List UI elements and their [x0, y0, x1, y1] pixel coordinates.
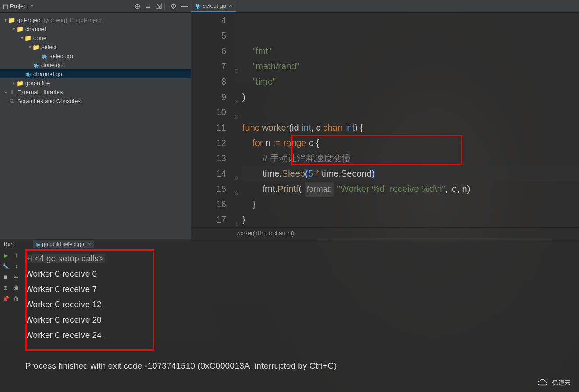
layout-icon[interactable]: ⊞ — [2, 284, 9, 292]
tree-row-channel[interactable]: ▾📁channel — [0, 24, 191, 33]
run-label: Run: — [4, 241, 15, 247]
run-toolbar-left: ▶ 🔧 ⏹ ⊞ 📌 — [0, 249, 11, 392]
tab-close-icon[interactable]: × — [229, 3, 232, 9]
locate-icon[interactable]: ⊕ — [133, 2, 141, 10]
tab-close-icon[interactable]: × — [88, 241, 91, 247]
tree-row-scratches-and-consoles[interactable]: ⧉Scratches and Consoles — [0, 96, 191, 105]
project-icon: ▤ — [3, 3, 8, 9]
go-file-icon: ◉ — [36, 242, 40, 247]
expand-icon[interactable]: ≡ — [144, 2, 152, 10]
tab-select-go[interactable]: ◉ select.go × — [191, 0, 236, 12]
tree-row-external-libraries[interactable]: ▸⫴External Libraries — [0, 87, 191, 96]
collapse-icon[interactable]: ⇲ — [155, 2, 163, 10]
code-editor[interactable]: 4567891011121314151617 ⊖⊖⊖⊖⊖⊖ "fmt" "mat… — [191, 13, 579, 227]
print-icon[interactable]: 🖶 — [13, 284, 20, 292]
wrap-icon[interactable]: ↩ — [13, 273, 20, 281]
editor-tabs: ◉ select.go × — [191, 0, 579, 13]
project-sidebar: ▤ Project ▼ ⊕ ≡ ⇲ ⚙ — ▾📁goProject [yiche… — [0, 0, 191, 239]
clear-icon[interactable]: 🗑 — [13, 295, 20, 302]
sidebar-header: ▤ Project ▼ ⊕ ≡ ⇲ ⚙ — — [0, 0, 191, 13]
down-icon[interactable]: ↓ — [13, 263, 20, 270]
dropdown-icon: ▼ — [30, 4, 34, 9]
red-annotation-console — [25, 249, 154, 351]
tree-row-select[interactable]: ▾📁select — [0, 42, 191, 51]
stop-icon[interactable]: ⏹ — [2, 273, 9, 281]
project-tree[interactable]: ▾📁goProject [yicheng]D:\goProject▾📁chann… — [0, 13, 191, 108]
tree-row-done[interactable]: ▾📁done — [0, 33, 191, 42]
editor-pane: ◉ select.go × 4567891011121314151617 ⊖⊖⊖… — [191, 0, 579, 239]
sidebar-title[interactable]: ▤ Project ▼ — [3, 3, 34, 9]
go-file-icon: ◉ — [195, 2, 200, 9]
breadcrumb[interactable]: worker(id int, c chan int) — [191, 227, 579, 239]
fold-column[interactable]: ⊖⊖⊖⊖⊖⊖ — [234, 13, 242, 227]
wrench-icon[interactable]: 🔧 — [2, 263, 9, 270]
rerun-icon[interactable]: ▶ — [2, 252, 9, 259]
settings-icon[interactable]: ⚙ — [169, 2, 178, 10]
minimize-icon[interactable]: — — [180, 2, 188, 10]
watermark: 亿速云 — [537, 378, 571, 387]
tree-row-channel-go[interactable]: ◉channel.go — [0, 69, 191, 78]
code-lines[interactable]: "fmt" "math/rand" "time")func worker(id … — [242, 13, 579, 227]
red-annotation-code — [291, 135, 462, 165]
tree-row-select-go[interactable]: ◉select.go — [0, 51, 191, 60]
up-icon[interactable]: ↑ — [13, 252, 20, 259]
tree-row-goroutine[interactable]: ▸📁goroutine — [0, 78, 191, 87]
cloud-icon — [537, 378, 550, 387]
tree-row-done-go[interactable]: ◉done.go — [0, 60, 191, 69]
line-gutter: 4567891011121314151617 — [191, 13, 234, 227]
run-tab[interactable]: ◉ go build select.go × — [33, 240, 93, 248]
pin-icon[interactable]: 📌 — [2, 295, 9, 302]
tree-row-goproject[interactable]: ▾📁goProject [yicheng]D:\goProject — [0, 15, 191, 24]
run-toolbar-right: ↑ ↓ ↩ 🖶 🗑 — [11, 249, 22, 392]
